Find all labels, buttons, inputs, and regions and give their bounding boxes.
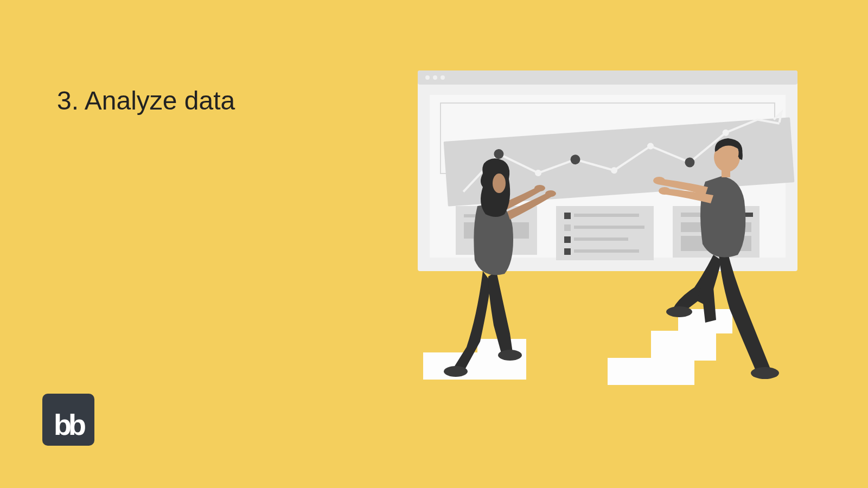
logo-badge: bb <box>42 394 94 446</box>
svg-rect-18 <box>574 214 639 217</box>
svg-rect-33 <box>651 331 716 361</box>
svg-point-41 <box>493 174 506 193</box>
svg-point-38 <box>534 185 545 191</box>
svg-point-2 <box>441 75 445 80</box>
browser-titlebar <box>418 70 797 85</box>
svg-point-42 <box>666 306 692 317</box>
svg-rect-19 <box>564 224 571 231</box>
slide-title: 3. Analyze data <box>57 86 235 115</box>
svg-point-43 <box>751 367 779 379</box>
svg-rect-17 <box>564 213 571 219</box>
svg-point-45 <box>659 187 671 195</box>
svg-point-1 <box>433 75 437 80</box>
svg-rect-22 <box>574 237 628 241</box>
svg-rect-24 <box>574 249 639 253</box>
svg-rect-32 <box>608 358 694 385</box>
svg-rect-21 <box>564 236 571 243</box>
svg-point-35 <box>444 366 468 377</box>
svg-point-36 <box>498 350 522 361</box>
card-center <box>556 206 654 260</box>
svg-point-37 <box>545 190 556 197</box>
svg-point-0 <box>425 75 430 80</box>
svg-point-48 <box>734 156 739 164</box>
svg-rect-20 <box>574 226 644 229</box>
logo-text: bb <box>54 410 83 439</box>
svg-point-44 <box>653 177 665 184</box>
svg-rect-23 <box>564 248 571 255</box>
analytics-illustration <box>401 65 814 390</box>
